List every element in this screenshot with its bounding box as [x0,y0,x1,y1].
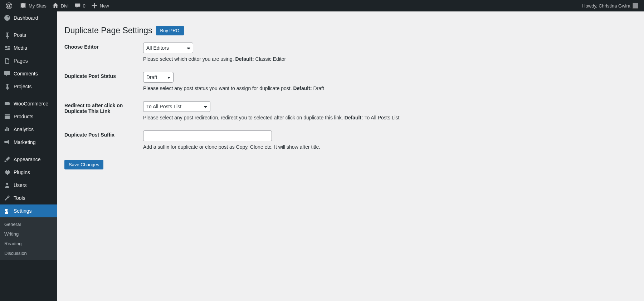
buy-pro-button[interactable]: Buy PRO [156,26,184,35]
row-suffix: Duplicate Post Suffix Add a suffix for d… [64,130,637,150]
desc-choose-editor: Please select which editor you are using… [143,56,637,62]
admin-bar: My Sites Divi 0 New Howdy, Christina Gwi… [0,0,644,11]
comment-icon [74,3,81,9]
brush-icon [4,156,11,163]
wordpress-icon [6,3,12,9]
sidebar-item-label: Tools [14,195,25,201]
label-redirect: Redirect to after click on Duplicate Thi… [64,101,143,114]
submenu-discussion[interactable]: Discussion [0,248,57,258]
desc-post-status: Please select any post status you want t… [143,85,637,91]
label-suffix: Duplicate Post Suffix [64,130,143,138]
admin-multisite-icon [20,3,26,9]
new-label: New [100,3,109,9]
sidebar-item-marketing[interactable]: Marketing [0,136,57,149]
row-post-status: Duplicate Post Status Draft Please selec… [64,72,637,91]
label-choose-editor: Choose Editor [64,43,143,50]
submenu-reading[interactable]: Reading [0,239,57,248]
user-icon [4,182,11,189]
input-suffix[interactable] [143,130,272,141]
analytics-icon [4,126,11,133]
sidebar-item-settings[interactable]: Settings [0,204,57,217]
pin-icon [4,31,11,39]
sidebar-item-label: Analytics [14,127,34,132]
pin-icon [4,83,11,90]
comments-count: 0 [83,3,86,9]
row-choose-editor: Choose Editor All Editors Please select … [64,43,637,62]
svg-point-0 [5,46,7,48]
select-post-status[interactable]: Draft [143,72,174,83]
admin-bar-right: Howdy, Christina Gwira [579,0,641,11]
select-redirect[interactable]: To All Posts List [143,101,210,112]
sidebar-item-appearance[interactable]: Appearance [0,153,57,166]
comments-icon [4,70,11,77]
page-title: Duplicate Page Settings [64,26,152,35]
sidebar-item-label: Projects [14,84,32,89]
svg-point-2 [6,183,8,185]
sidebar-item-label: Users [14,182,27,188]
my-account-link[interactable]: Howdy, Christina Gwira [579,0,641,11]
howdy-text: Howdy, Christina Gwira [582,3,630,9]
page-title-row: Duplicate Page Settings Buy PRO [64,26,637,35]
sidebar-item-dashboard[interactable]: Dashboard [0,11,57,24]
desc-suffix: Add a suffix for duplicate or clone post… [143,144,637,150]
sidebar-item-label: WooCommerce [14,101,48,107]
home-icon [52,3,59,9]
sidebar-item-label: Marketing [14,139,35,145]
site-name-link[interactable]: Divi [49,0,72,11]
submenu-general[interactable]: General [0,219,57,229]
sidebar-item-comments[interactable]: Comments [0,67,57,80]
megaphone-icon [4,139,11,146]
sidebar-item-tools[interactable]: Tools [0,192,57,204]
main-content: Duplicate Page Settings Buy PRO Choose E… [57,11,644,301]
avatar [633,3,638,9]
admin-sidebar: Dashboard Posts Media Pages Comments Pro… [0,11,57,301]
select-choose-editor[interactable]: All Editors [143,43,193,53]
my-sites-link[interactable]: My Sites [17,0,49,11]
settings-submenu: General Writing Reading Discussion [0,217,57,260]
svg-rect-1 [5,102,10,105]
sidebar-item-projects[interactable]: Projects [0,80,57,93]
comments-link[interactable]: 0 [72,0,88,11]
sidebar-item-media[interactable]: Media [0,41,57,54]
wp-logo-menu[interactable] [3,0,17,11]
products-icon [4,113,11,120]
settings-icon [4,207,11,214]
sidebar-item-label: Dashboard [14,15,38,21]
sidebar-item-products[interactable]: Products [0,110,57,123]
sidebar-item-label: Plugins [14,169,30,175]
label-post-status: Duplicate Post Status [64,72,143,79]
save-changes-button[interactable]: Save Changes [64,160,103,169]
plus-icon [91,3,98,9]
sidebar-item-label: Comments [14,71,38,77]
pages-icon [4,57,11,64]
settings-form: Choose Editor All Editors Please select … [64,43,637,150]
dashboard-icon [4,14,11,21]
admin-bar-left: My Sites Divi 0 New [3,0,112,11]
sidebar-item-label: Posts [14,32,26,38]
sidebar-item-label: Products [14,114,33,119]
sidebar-item-woocommerce[interactable]: WooCommerce [0,97,57,110]
new-content-link[interactable]: New [88,0,112,11]
sidebar-item-label: Settings [14,208,32,214]
my-sites-label: My Sites [29,3,47,9]
wrench-icon [4,194,11,202]
sidebar-item-label: Media [14,45,27,51]
sidebar-item-label: Pages [14,58,28,64]
submenu-writing[interactable]: Writing [0,229,57,239]
sidebar-item-pages[interactable]: Pages [0,54,57,67]
sidebar-item-users[interactable]: Users [0,179,57,192]
woocommerce-icon [4,100,11,107]
row-redirect: Redirect to after click on Duplicate Thi… [64,101,637,120]
site-name-label: Divi [61,3,69,9]
sidebar-item-analytics[interactable]: Analytics [0,123,57,136]
plugin-icon [4,169,11,176]
media-icon [4,44,11,51]
sidebar-item-label: Appearance [14,157,41,162]
desc-redirect: Please select any post redirection, redi… [143,115,637,120]
sidebar-item-posts[interactable]: Posts [0,29,57,41]
sidebar-item-plugins[interactable]: Plugins [0,166,57,179]
